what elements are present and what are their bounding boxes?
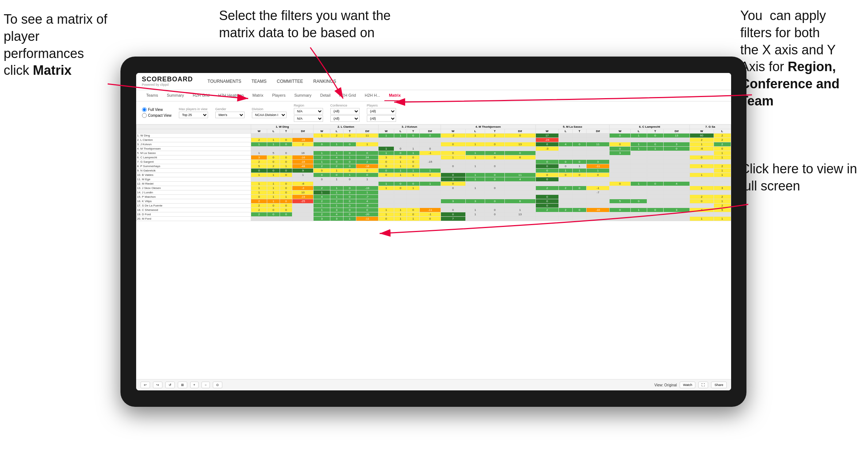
tab-players[interactable]: Players	[268, 90, 290, 101]
filter-max-players: Max players in view Top 25	[179, 107, 208, 118]
h3-t: T	[407, 129, 420, 133]
redo-button[interactable]: ↪	[153, 382, 162, 388]
table-row: 2. L Clanton 210-16 -24 22	[136, 138, 731, 142]
tab-matrix[interactable]: Matrix	[248, 90, 268, 101]
share-button[interactable]: Share	[711, 382, 726, 388]
table-row: 15. P Maichon 011-19 410-7 0 22	[136, 194, 731, 199]
h4-w: W	[441, 129, 465, 133]
players-select[interactable]: (All)	[367, 108, 396, 115]
h5-l: L	[559, 129, 573, 133]
table-row: 19. D Ford 200 240-20 110-1 01013	[136, 212, 731, 216]
player-name: 17. S De La Fuente	[136, 203, 251, 208]
zoom-out-button[interactable]: −	[201, 382, 210, 388]
player-name: 12. M Riedel	[136, 181, 251, 186]
ann-center-text: Select the filters you want the matrix d…	[219, 8, 391, 40]
table-row: 12. M Riedel 110-6 1001 0 0104	[136, 181, 731, 186]
player-name: 8. P Summerhays	[136, 164, 251, 168]
annotation-center: Select the filters you want the matrix d…	[219, 7, 394, 42]
h6-dif: Dif	[664, 129, 690, 133]
h7-w: W	[690, 129, 714, 133]
filter-division: Division NCAA Division I	[252, 107, 287, 118]
reset-button[interactable]: ⊙	[213, 382, 222, 388]
toolbar-right: View: Original Watch ⛶ Share	[654, 382, 727, 388]
main-nav: TOURNAMENTS TEAMS COMMITTEE RANKINGS	[208, 79, 336, 84]
ann-right-bottom-text: Click here to view in full screen	[740, 161, 857, 193]
tab-matrix-active[interactable]: Matrix	[384, 90, 405, 101]
filter-conference: Conference (All) (All)	[330, 104, 360, 122]
h6-t: T	[647, 129, 663, 133]
ann-left-line1: To see a matrix of	[4, 12, 107, 27]
matrix-container[interactable]: 1. W Ding 2. L Clanton 3. J Koivun 4. M …	[136, 124, 731, 379]
nav-rankings[interactable]: RANKINGS	[313, 79, 336, 84]
player-name: 1. W Ding	[136, 133, 251, 138]
tab-h2h-grid[interactable]: H2H Grid	[188, 90, 214, 101]
annotation-left: To see a matrix of player performances c…	[4, 11, 117, 79]
nav-tournaments[interactable]: TOURNAMENTS	[208, 79, 241, 84]
col-header-5: 5. M La Sasso	[535, 124, 610, 129]
powered-by: Powered by clippd	[142, 83, 193, 87]
h2-l: L	[330, 129, 343, 133]
nav-committee[interactable]: COMMITTEE	[277, 79, 303, 84]
table-row: 18. C Sherwood 200 1300 110-11 0101 220-…	[136, 208, 731, 212]
h1-dif: Dif	[292, 129, 314, 133]
table-row: 6. C Lamprecht 300-16 24124 300 1106 01	[136, 155, 731, 159]
refresh-button[interactable]: ↺	[165, 382, 175, 388]
player-name: 6. C Lamprecht	[136, 155, 251, 159]
h1-w: W	[251, 129, 267, 133]
filter-players: Players (All) (All)	[367, 104, 396, 122]
full-view-radio[interactable]: Full View	[142, 107, 172, 112]
conference-select[interactable]: (All)	[330, 108, 360, 115]
table-row: 10. B Valdes 1101 0010 0110 01011 0000 1…	[136, 173, 731, 177]
tab-h2h-h[interactable]: H2H H...	[360, 90, 384, 101]
grid-button[interactable]: ⊞	[178, 382, 187, 388]
view-toggle: Full View Compact View	[142, 107, 172, 118]
player-name: 3. J Koivun	[136, 142, 251, 146]
players-select2[interactable]: (All)	[367, 115, 396, 122]
division-select[interactable]: NCAA Division I	[252, 112, 287, 118]
footer-toolbar: ↩ ↪ ↺ ⊞ + − ⊙ View: Original Watch ⛶ Sha…	[136, 379, 731, 390]
gender-select[interactable]: Men's	[215, 112, 245, 118]
region-select2[interactable]: N/A	[294, 115, 323, 122]
col-header-4: 4. M Thorbjornsen	[441, 124, 535, 129]
max-players-select[interactable]: Top 25	[179, 112, 208, 118]
table-row: 13. J Skov Olesen 110-3 210-19 101 010 2…	[136, 186, 731, 190]
player-name: 5. M La Sasso	[136, 151, 251, 155]
matrix-table: 1. W Ding 2. L Clanton 3. J Koivun 4. M …	[136, 124, 731, 221]
player-name: 7. G Sargent	[136, 159, 251, 164]
nav-teams[interactable]: TEAMS	[251, 79, 266, 84]
table-row: 5. M La Sasso 15016 1100 101-1 0140 3 1	[136, 151, 731, 155]
table-row: 3. J Koivun 1102 0101 01013 04011 0103 1…	[136, 142, 731, 146]
watch-button[interactable]: Watch	[680, 382, 695, 388]
tab-h2h-heatmap[interactable]: H2H Heatmap	[214, 90, 248, 101]
row-header-label	[136, 129, 251, 133]
region-select[interactable]: N/A	[294, 108, 323, 115]
tab-summary[interactable]: Summary	[162, 90, 188, 101]
compact-view-radio[interactable]: Compact View	[142, 113, 172, 118]
player-name: 11. M Ege	[136, 177, 251, 181]
tab-detail[interactable]: Detail	[316, 90, 335, 101]
tab-h2h-grid2[interactable]: H2H Grid	[335, 90, 360, 101]
h1-l: L	[267, 129, 280, 133]
h6-l: L	[630, 129, 647, 133]
h7-l: L	[714, 129, 731, 133]
toolbar-left: ↩ ↪ ↺ ⊞ + − ⊙	[141, 382, 223, 388]
ann-left-line2: player performances	[4, 29, 84, 61]
player-name: 4. M Thorbjornsen	[136, 146, 251, 151]
fullscreen-button[interactable]: ⛶	[698, 382, 708, 388]
h2-dif: Dif	[356, 129, 378, 133]
tablet-frame: SCOREBOARD Powered by clippd TOURNAMENTS…	[120, 57, 746, 407]
zoom-in-button[interactable]: +	[190, 382, 199, 388]
player-name: 15. P Maichon	[136, 194, 251, 199]
player-name: 2. L Clanton	[136, 138, 251, 142]
tab-summary2[interactable]: Summary	[290, 90, 316, 101]
player-name: 16. K Vilips	[136, 199, 251, 203]
conference-select2[interactable]: (All)	[330, 115, 360, 122]
tab-teams[interactable]: Teams	[142, 90, 162, 101]
undo-button[interactable]: ↩	[141, 382, 150, 388]
sub-nav: Teams Summary H2H Grid H2H Heatmap Matri…	[136, 90, 731, 101]
col-header-1: 1. W Ding	[251, 124, 314, 129]
col-header-7: 7. G Sa	[690, 124, 731, 129]
h3-w: W	[378, 129, 394, 133]
h6-w: W	[610, 129, 630, 133]
app-header: SCOREBOARD Powered by clippd TOURNAMENTS…	[136, 73, 731, 90]
